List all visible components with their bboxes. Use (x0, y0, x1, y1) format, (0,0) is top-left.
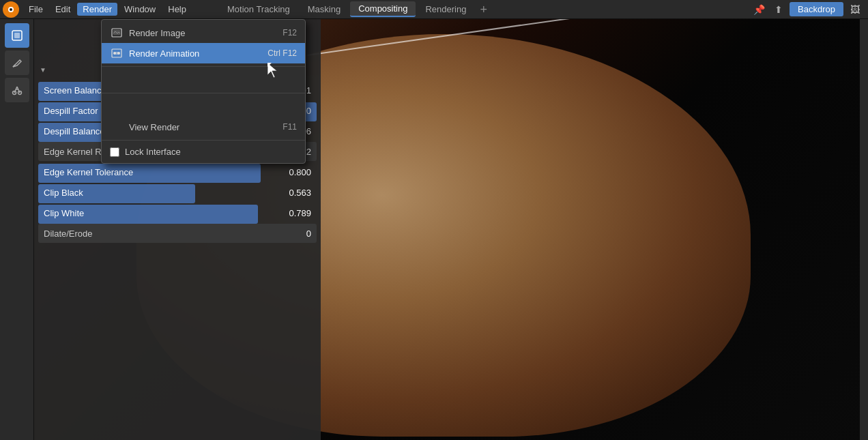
clip-black-label: Clip Black (44, 188, 289, 198)
tab-rendering[interactable]: Rendering (417, 2, 474, 16)
draw-tool[interactable] (5, 50, 29, 75)
tab-motion-tracking[interactable]: Motion Tracking (219, 2, 298, 16)
separator-3 (102, 140, 305, 141)
separator-2 (102, 93, 305, 93)
clip-black-field[interactable]: Clip Black 0.563 (38, 183, 317, 202)
menu-render[interactable]: Render (77, 3, 117, 16)
clip-black-value: 0.563 (289, 188, 311, 198)
render-audio-item[interactable] (102, 70, 305, 90)
section-arrow: ▼ (40, 66, 46, 74)
view-animation-item[interactable]: View Render F11 (102, 117, 305, 137)
cut-tool[interactable] (5, 78, 29, 102)
render-audio-icon (110, 73, 124, 87)
view-animation-shortcut: F11 (283, 122, 297, 132)
view-animation-icon (110, 120, 124, 134)
up-arrow-icon[interactable]: ⬆ (772, 3, 785, 16)
render-image-shortcut: F12 (283, 28, 297, 38)
dilate-erode-field[interactable]: Dilate/Erode 0 (38, 224, 317, 243)
dilate-erode-value: 0 (306, 229, 311, 239)
pin-icon[interactable]: 📌 (751, 3, 768, 16)
tab-compositing[interactable]: Compositing (350, 1, 416, 17)
dilate-erode-label: Dilate/Erode (44, 229, 306, 239)
view-icon[interactable]: 🖼 (848, 3, 863, 16)
render-animation-label: Render Animation (129, 48, 199, 59)
edge-kernel-tolerance-label: Edge Kernel Tolerance (44, 167, 289, 177)
view-render-icon (110, 100, 124, 113)
clip-white-row[interactable]: Clip White 0.789 (34, 203, 321, 222)
render-image-icon (110, 26, 124, 40)
svg-point-2 (10, 8, 12, 11)
render-image-item[interactable]: Render Image F12 (102, 23, 305, 43)
render-dropdown-menu: Render Image F12 Render Animation Ctrl F… (101, 19, 306, 164)
edge-kernel-tolerance-value: 0.800 (289, 167, 311, 177)
menubar: File Edit Render Window Help Motion Trac… (0, 0, 868, 19)
edge-kernel-tolerance-row[interactable]: Edge Kernel Tolerance 0.800 (34, 162, 321, 181)
left-toolbar (0, 19, 34, 440)
menu-window[interactable]: Window (119, 3, 161, 16)
edge-kernel-radius-value: 2 (306, 147, 311, 157)
dilate-erode-row[interactable]: Dilate/Erode 0 (34, 224, 321, 243)
svg-rect-4 (14, 33, 20, 38)
menu-edit[interactable]: Edit (50, 3, 76, 16)
view-render-item[interactable] (102, 96, 305, 117)
render-animation-icon (110, 46, 124, 60)
lock-interface-item[interactable]: Lock Interface (102, 143, 305, 160)
clip-white-label: Clip White (44, 208, 289, 218)
add-tab-button[interactable]: + (476, 2, 491, 17)
menubar-right: 📌 ⬆ Backdrop 🖼 (751, 2, 868, 16)
nav-tabs: Motion Tracking Masking Compositing Rend… (219, 1, 491, 17)
render-animation-item[interactable]: Render Animation Ctrl F12 (102, 43, 305, 63)
render-animation-shortcut: Ctrl F12 (267, 48, 297, 58)
edge-kernel-tolerance-field[interactable]: Edge Kernel Tolerance 0.800 (38, 162, 317, 181)
lock-interface-checkbox[interactable] (110, 147, 119, 157)
view-animation-label: View Render (129, 122, 179, 132)
select-tool[interactable] (5, 23, 29, 48)
tab-masking[interactable]: Masking (300, 2, 349, 16)
right-panel-strip (860, 19, 868, 440)
app-icon (3, 1, 19, 18)
render-image-label: Render Image (129, 28, 185, 38)
backdrop-button[interactable]: Backdrop (790, 2, 843, 16)
clip-black-row[interactable]: Clip Black 0.563 (34, 183, 321, 202)
svg-rect-16 (115, 52, 118, 55)
clip-white-value: 0.789 (289, 208, 311, 218)
lock-interface-label: Lock Interface (125, 147, 181, 157)
menubar-left: File Edit Render Window Help (0, 1, 192, 18)
menu-file[interactable]: File (23, 3, 48, 16)
menu-help[interactable]: Help (162, 3, 192, 16)
separator-1 (102, 66, 305, 67)
clip-white-field[interactable]: Clip White 0.789 (38, 203, 317, 222)
